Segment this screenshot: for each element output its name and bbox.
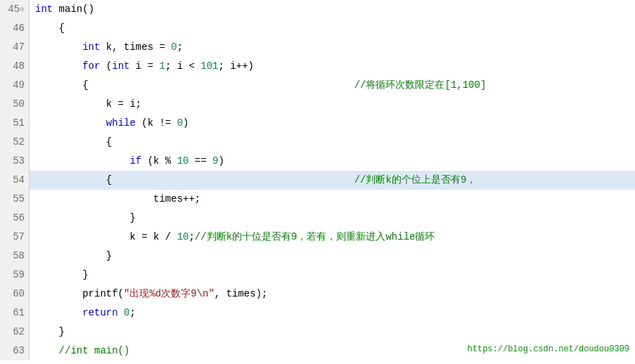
line-number-56: 56: [0, 209, 30, 228]
line-number-59: 59: [0, 266, 30, 285]
line-content-55: times++;: [30, 190, 635, 209]
code-area: 45⊝int main()46 {47 int k, times = 0;48 …: [0, 0, 635, 364]
line-content-56: }: [30, 209, 635, 228]
code-line-52: 52 {: [0, 133, 635, 152]
code-line-62: 62 }: [0, 323, 635, 342]
code-editor: 45⊝int main()46 {47 int k, times = 0;48 …: [0, 0, 635, 364]
line-content-61: return 0;: [30, 304, 635, 323]
line-number-51: 51: [0, 114, 30, 133]
line-content-58: }: [30, 247, 635, 266]
line-content-50: k = i;: [30, 95, 635, 114]
line-content-53: if (k % 10 == 9): [30, 152, 635, 171]
code-line-45: 45⊝int main(): [0, 0, 635, 19]
code-line-51: 51 while (k != 0): [0, 114, 635, 133]
bottom-link: https://blog.csdn.net/doudou0309: [468, 340, 629, 359]
code-line-56: 56 }: [0, 209, 635, 228]
line-number-61: 61: [0, 304, 30, 323]
collapse-icon[interactable]: ⊝: [20, 0, 24, 19]
line-number-62: 62: [0, 323, 30, 342]
line-content-48: for (int i = 1; i < 101; i++): [30, 57, 635, 76]
line-number-49: 49: [0, 76, 30, 95]
code-line-48: 48 for (int i = 1; i < 101; i++): [0, 57, 635, 76]
code-line-57: 57 k = k / 10;//判断k的十位是否有9，若有，则重新进入while…: [0, 228, 635, 247]
code-line-46: 46 {: [0, 19, 635, 38]
line-content-62: }: [30, 323, 635, 342]
line-content-46: {: [30, 19, 635, 38]
code-line-54: 54 { //判断k的个位上是否有9，: [0, 171, 635, 190]
line-number-60: 60: [0, 285, 30, 304]
line-number-54: 54: [0, 171, 30, 190]
line-number-47: 47: [0, 38, 30, 57]
line-number-63: 63: [0, 342, 30, 360]
line-content-49: { //将循环次数限定在[1,100]: [30, 76, 635, 95]
code-line-49: 49 { //将循环次数限定在[1,100]: [0, 76, 635, 95]
line-number-45: 45⊝: [0, 0, 30, 19]
code-line-61: 61 return 0;: [0, 304, 635, 323]
code-line-53: 53 if (k % 10 == 9): [0, 152, 635, 171]
line-content-60: printf("出现%d次数字9\n", times);: [30, 285, 635, 304]
line-number-58: 58: [0, 247, 30, 266]
line-content-52: {: [30, 133, 635, 152]
line-number-46: 46: [0, 19, 30, 38]
line-number-57: 57: [0, 228, 30, 247]
code-line-47: 47 int k, times = 0;: [0, 38, 635, 57]
line-number-50: 50: [0, 95, 30, 114]
line-content-59: }: [30, 266, 635, 285]
line-content-47: int k, times = 0;: [30, 38, 635, 57]
code-line-58: 58 }: [0, 247, 635, 266]
code-line-59: 59 }: [0, 266, 635, 285]
line-content-45: int main(): [30, 0, 635, 19]
line-content-57: k = k / 10;//判断k的十位是否有9，若有，则重新进入while循环: [30, 228, 635, 247]
line-number-52: 52: [0, 133, 30, 152]
code-line-63: 63 //int main()https://blog.csdn.net/dou…: [0, 342, 635, 360]
code-line-50: 50 k = i;: [0, 95, 635, 114]
line-number-53: 53: [0, 152, 30, 171]
line-content-51: while (k != 0): [30, 114, 635, 133]
line-number-48: 48: [0, 57, 30, 76]
code-line-55: 55 times++;: [0, 190, 635, 209]
code-line-60: 60 printf("出现%d次数字9\n", times);: [0, 285, 635, 304]
line-number-55: 55: [0, 190, 30, 209]
line-content-54: { //判断k的个位上是否有9，: [30, 171, 635, 190]
